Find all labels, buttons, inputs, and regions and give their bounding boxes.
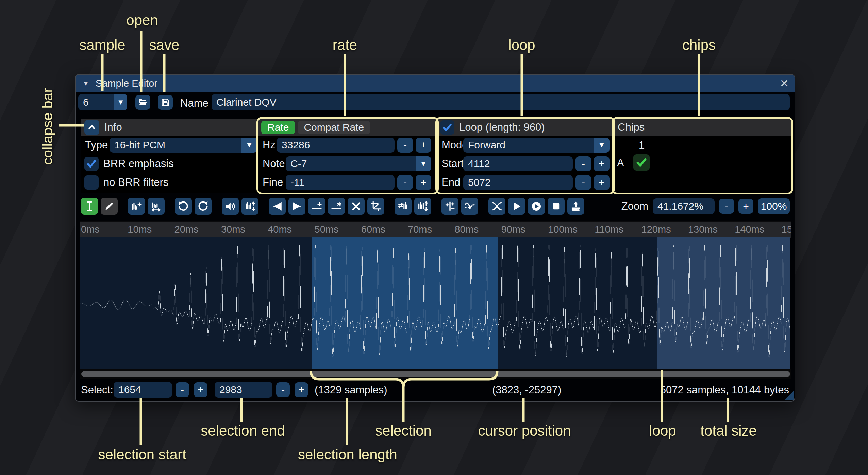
loop-panel-header: Loop (length: 960) — [437, 119, 613, 136]
sample-toolbar: Zoom 41.1672% - + 100% — [81, 195, 790, 217]
silence-icon — [311, 200, 322, 212]
waveform-canvas[interactable] — [80, 237, 790, 369]
ruler-tick: 120ms — [641, 224, 671, 235]
type-row: Type 16-bit PCM ▼ — [85, 138, 255, 153]
filter-icon — [464, 200, 475, 212]
tab-rate[interactable]: Rate — [261, 121, 295, 134]
redo-button[interactable] — [195, 198, 212, 215]
zoom-input[interactable]: 41.1672% — [653, 198, 715, 214]
callout-selection-start: selection start — [98, 446, 186, 463]
edit-mode-select-button[interactable] — [81, 198, 98, 215]
import-icon — [570, 200, 582, 212]
loop-checkbox[interactable] — [440, 120, 454, 135]
chevron-down-icon[interactable]: ▼ — [114, 94, 127, 110]
sample-selector[interactable]: 6 ▼ — [78, 94, 127, 110]
no-brr-filters-row: no BRR filters — [84, 175, 168, 190]
chips-row-label: A — [617, 157, 624, 169]
cursor-position-text: (3823, -25297) — [492, 384, 561, 396]
title-bar[interactable]: ▼ Sample Editor × — [76, 75, 795, 92]
floppy-save-icon — [160, 97, 170, 107]
loop-start-minus-button[interactable]: - — [575, 156, 591, 171]
invert-icon — [417, 200, 429, 212]
hz-minus-button[interactable]: - — [397, 138, 413, 153]
type-select[interactable]: 16-bit PCM ▼ — [110, 138, 257, 153]
brr-emphasis-checkbox[interactable] — [84, 157, 99, 171]
sample-selector-value: 6 — [78, 96, 114, 108]
stop-preview-button[interactable] — [548, 198, 565, 215]
folder-open-icon — [138, 97, 148, 107]
preview-selection-button[interactable] — [528, 198, 545, 215]
selection-end-input[interactable]: 2983 — [215, 382, 272, 398]
chevron-down-icon[interactable]: ▼ — [241, 138, 257, 153]
reverse-button[interactable] — [395, 198, 412, 215]
window-collapse-triangle-icon[interactable]: ▼ — [82, 79, 89, 87]
no-brr-filters-checkbox[interactable] — [84, 175, 99, 190]
resize-button[interactable] — [128, 198, 145, 215]
preview-icon — [511, 200, 522, 212]
loop-end-input[interactable]: 5072 — [463, 175, 573, 190]
collapse-button[interactable] — [84, 120, 99, 135]
chip-enable-checkbox[interactable] — [633, 154, 650, 171]
loop-start-input[interactable]: 4112 — [463, 156, 573, 171]
waveform-scrollbar[interactable] — [80, 369, 791, 379]
selection-end-plus-button[interactable]: + — [295, 382, 308, 397]
ruler-tick: 110ms — [595, 224, 623, 235]
zoom-in-button[interactable]: + — [738, 199, 753, 214]
selection-end-minus-button[interactable]: - — [276, 382, 290, 397]
callout-loop-bottom: loop — [649, 423, 676, 439]
fine-plus-button[interactable]: + — [416, 175, 431, 190]
brr-emphasis-label: BRR emphasis — [103, 158, 174, 170]
signed-unsigned-button[interactable] — [441, 198, 458, 215]
note-select[interactable]: C-7 ▼ — [286, 156, 431, 171]
invert-button[interactable] — [414, 198, 431, 215]
hz-plus-button[interactable]: + — [416, 138, 431, 153]
note-row: Note C-7 ▼ — [263, 156, 285, 171]
selection-start-input[interactable]: 1654 — [114, 382, 172, 398]
fine-minus-button[interactable]: - — [397, 175, 413, 190]
trim-button[interactable] — [367, 198, 384, 215]
delete-button[interactable] — [348, 198, 365, 215]
apply-filter-button[interactable] — [461, 198, 478, 215]
import-button[interactable] — [567, 198, 584, 215]
scrollbar-thumb[interactable] — [81, 371, 790, 377]
ruler-tick: 0ms — [81, 224, 100, 235]
resample-button[interactable] — [148, 198, 165, 215]
zoom-reset-button[interactable]: 100% — [758, 198, 790, 214]
insert-silence-button[interactable] — [308, 198, 325, 215]
chevron-down-icon[interactable]: ▼ — [594, 138, 610, 153]
zoom-out-button[interactable]: - — [719, 199, 734, 214]
amplify-button[interactable] — [222, 198, 239, 215]
fade-in-button[interactable] — [269, 198, 286, 215]
chevron-up-icon — [87, 122, 97, 133]
rate-panel-header: Rate Compat Rate — [258, 119, 437, 136]
undo-button[interactable] — [175, 198, 192, 215]
loop-end-minus-button[interactable]: - — [575, 175, 591, 190]
tab-compat-rate[interactable]: Compat Rate — [298, 121, 370, 134]
loop-end-plus-button[interactable]: + — [594, 175, 610, 190]
selection-start-minus-button[interactable]: - — [176, 382, 189, 397]
save-button[interactable] — [158, 95, 173, 110]
close-icon[interactable]: × — [780, 75, 788, 92]
edit-mode-draw-button[interactable] — [101, 198, 118, 215]
fade-out-button[interactable] — [288, 198, 305, 215]
apply-silence-button[interactable] — [328, 198, 345, 215]
chevron-down-icon[interactable]: ▼ — [416, 156, 431, 171]
name-input[interactable]: Clarinet DQV — [212, 94, 790, 110]
resize-grip[interactable] — [784, 391, 794, 400]
mode-select[interactable]: Forward ▼ — [463, 138, 610, 153]
fine-input[interactable]: -11 — [286, 175, 395, 190]
ruler-tick: 90ms — [501, 224, 525, 235]
normalize-button[interactable] — [241, 198, 258, 215]
toolbar-group — [128, 198, 165, 215]
waveform-view[interactable] — [80, 237, 790, 369]
check-icon — [86, 158, 97, 169]
open-button[interactable] — [135, 95, 150, 110]
loop-start-plus-button[interactable]: + — [594, 156, 610, 171]
preview-button[interactable] — [508, 198, 525, 215]
time-ruler[interactable]: 0ms10ms20ms30ms40ms50ms60ms70ms80ms90ms1… — [80, 221, 791, 238]
crossfade-button[interactable] — [488, 198, 505, 215]
resample-icon — [150, 200, 162, 212]
delete-icon — [350, 200, 362, 212]
hz-input[interactable]: 33286 — [277, 138, 395, 153]
selection-start-plus-button[interactable]: + — [194, 382, 207, 397]
